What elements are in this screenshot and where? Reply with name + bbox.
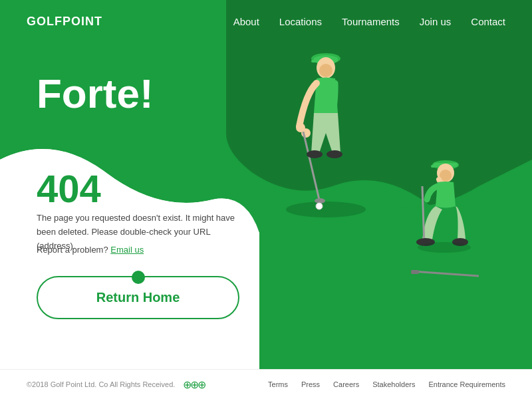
report-text: Report a problem? xyxy=(37,245,108,255)
footer-links: Terms Press Careers Stakeholders Entranc… xyxy=(268,380,505,388)
report-line: Report a problem? Email us xyxy=(37,245,144,255)
footer-press[interactable]: Press xyxy=(301,380,320,388)
copyright: ©2018 Golf Point Ltd. Co All Rights Rece… xyxy=(27,380,175,388)
nav-locations[interactable]: Locations xyxy=(279,16,322,27)
error-code: 404 xyxy=(37,166,101,211)
main-nav: About Locations Tournaments Join us Cont… xyxy=(233,16,505,27)
footer-left: ©2018 Golf Point Ltd. Co All Rights Rece… xyxy=(27,378,205,391)
main-content: Forte! 404 The page you requested doesn'… xyxy=(0,0,532,399)
logo[interactable]: GOLFPOINT xyxy=(27,15,102,29)
email-link[interactable]: Email us xyxy=(110,245,144,255)
footer-stakeholders[interactable]: Stakeholders xyxy=(372,380,415,388)
return-home-button[interactable]: Return Home xyxy=(37,276,239,319)
olympic-rings-icon: ⊕⊕⊕ xyxy=(183,378,205,391)
nav-join-us[interactable]: Join us xyxy=(420,16,452,27)
footer-entrance-requirements[interactable]: Entrance Requirements xyxy=(428,380,505,388)
footer-careers[interactable]: Careers xyxy=(333,380,359,388)
nav-tournaments[interactable]: Tournaments xyxy=(342,16,400,27)
footer-terms[interactable]: Terms xyxy=(268,380,288,388)
header: GOLFPOINT About Locations Tournaments Jo… xyxy=(0,0,532,43)
nav-about[interactable]: About xyxy=(233,16,259,27)
forte-heading: Forte! xyxy=(37,73,154,114)
return-btn-container: Return Home xyxy=(37,276,239,319)
footer: ©2018 Golf Point Ltd. Co All Rights Rece… xyxy=(0,369,532,399)
nav-contact[interactable]: Contact xyxy=(471,16,505,27)
